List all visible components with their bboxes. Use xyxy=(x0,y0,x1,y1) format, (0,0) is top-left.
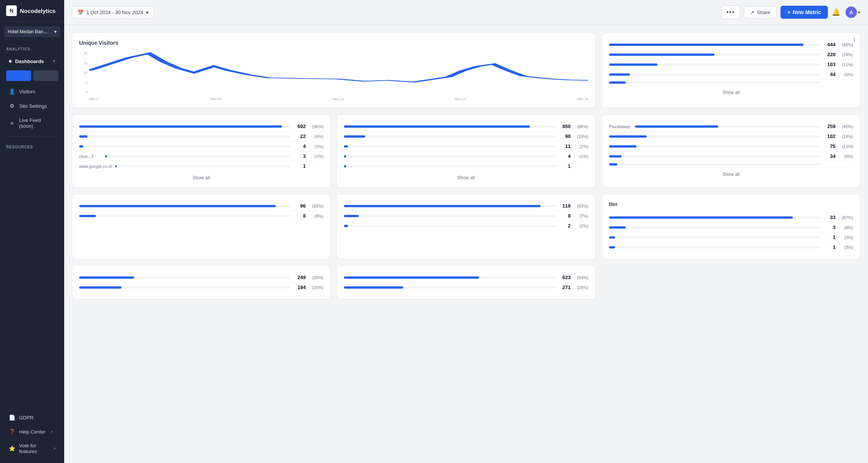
site-settings-icon: ⚙ xyxy=(8,103,15,109)
metric-bar xyxy=(609,216,793,219)
dashboards-label: ● Dashboards xyxy=(8,58,44,65)
metric-value: 1 xyxy=(823,234,836,240)
workspace-selector[interactable]: Hotel Medan Ban... ▾ xyxy=(4,26,60,37)
card-card-top-right: ℹ 444 (46%) 228 (24%) xyxy=(602,32,860,108)
metric-pct: (8%) xyxy=(309,214,323,218)
show-all-button[interactable]: Show all xyxy=(79,175,323,180)
sidebar-item-help-center[interactable]: ❓ Help Center ↗ xyxy=(2,425,62,439)
metric-bar-container xyxy=(609,236,820,239)
analytics-section-label: ANALYTICS xyxy=(0,42,64,54)
show-all-button[interactable]: Show all xyxy=(344,175,588,180)
metric-row: 1 xyxy=(344,161,588,171)
metric-value: 3 xyxy=(823,224,836,230)
metric-value: 119 xyxy=(559,203,571,209)
vote-features-icon: ⭐ xyxy=(8,445,15,452)
help-center-external-icon: ↗ xyxy=(50,430,53,434)
info-icon[interactable]: ℹ xyxy=(853,37,855,42)
metric-row: 228 (24%) xyxy=(609,50,853,60)
metric-value: 1 xyxy=(293,163,306,169)
vote-features-external-icon: ↗ xyxy=(53,447,56,451)
show-all-button[interactable]: Show all xyxy=(609,90,853,95)
metric-bar xyxy=(609,145,636,148)
metric-value: 102 xyxy=(823,133,836,139)
app-title: Nocodelytics xyxy=(20,8,55,14)
metric-row: 33 (87%) xyxy=(609,213,853,223)
metric-pct: (24%) xyxy=(839,52,853,57)
sidebar-item-site-settings[interactable]: ⚙ Site Settings xyxy=(2,99,62,113)
metric-bar xyxy=(609,246,615,249)
notification-icon[interactable]: 🔔 xyxy=(832,8,840,16)
topbar: 📅 1 Oct 2024 - 30 Nov 2024 ▾ ••• ↗ Share… xyxy=(64,0,868,25)
metric-value: 11 xyxy=(559,143,571,149)
sidebar-item-live-feed[interactable]: ≡ Live Feed (soon) xyxy=(2,114,62,133)
dashboard-thumb-inactive[interactable] xyxy=(33,70,58,81)
metric-bar-container xyxy=(115,165,291,167)
metric-row: 4 (1%) xyxy=(344,151,588,161)
metric-bar xyxy=(609,163,617,166)
metric-value: 692 xyxy=(293,123,306,129)
metric-bar-container xyxy=(344,165,555,167)
sidebar-item-vote-features[interactable]: ⭐ Vote for features ↗ xyxy=(2,439,62,458)
sidebar-item-gdpr[interactable]: 📄 GDPR xyxy=(2,411,62,424)
metric-row: 34 (6%) xyxy=(609,151,853,161)
header-icons: 🔔 A ▾ xyxy=(832,6,860,18)
metric-row: 271 (28%) xyxy=(344,283,588,292)
sidebar-item-visitors[interactable]: 👤 Visitors xyxy=(2,84,62,98)
metric-bar xyxy=(115,165,117,167)
plus-icon: + xyxy=(787,9,790,15)
metric-row: 1 (3%) xyxy=(609,242,853,252)
metric-bar xyxy=(105,155,107,158)
new-metric-button[interactable]: + New Metric xyxy=(781,6,828,19)
metric-value: 103 xyxy=(823,62,836,67)
avatar[interactable]: A xyxy=(845,6,857,18)
metric-bar xyxy=(344,225,348,227)
metric-bar xyxy=(344,165,346,167)
sidebar: N Nocodelytics Hotel Medan Ban... ▾ ANAL… xyxy=(0,0,64,463)
metric-value: 194 xyxy=(293,284,306,290)
show-all-button[interactable]: Show all xyxy=(609,172,853,177)
metric-bar xyxy=(344,276,479,279)
share-icon: ↗ xyxy=(750,10,755,15)
metric-row: 103 (11%) xyxy=(609,60,853,70)
metric-bar xyxy=(344,145,348,148)
metric-row: 44 (5%) xyxy=(609,70,853,80)
metric-pct: (26%) xyxy=(309,275,323,280)
metric-bar xyxy=(609,135,647,138)
metric-label: www.google.co.id xyxy=(79,164,112,169)
live-feed-icon: ≡ xyxy=(8,120,15,126)
metric-row xyxy=(609,80,853,86)
metric-bar xyxy=(79,125,282,128)
metric-bar xyxy=(344,286,403,289)
metric-value: 444 xyxy=(823,42,836,47)
metric-pct: (2%) xyxy=(574,224,588,228)
avatar-caret-icon[interactable]: ▾ xyxy=(858,10,860,15)
metric-bar xyxy=(79,276,134,279)
metric-bar-container xyxy=(344,215,555,217)
metric-bar xyxy=(344,205,541,207)
metric-bar xyxy=(609,236,615,239)
more-options-button[interactable]: ••• xyxy=(721,5,740,19)
share-button[interactable]: ↗ Share xyxy=(744,6,777,19)
metric-value: 34 xyxy=(823,153,836,159)
metric-bar xyxy=(79,215,96,217)
metric-value: 75 xyxy=(823,143,836,149)
metric-pct: (3%) xyxy=(839,245,853,250)
metric-pct: (13%) xyxy=(839,144,853,149)
metric-value: 2 xyxy=(559,223,571,229)
metric-row: 249 (26%) xyxy=(79,273,323,283)
metric-value: 33 xyxy=(823,214,836,220)
card-card-bottom-center: 119 (93%) 8 (7%) 2 xyxy=(337,194,595,259)
add-dashboard-button[interactable]: + xyxy=(52,58,56,64)
logo-icon: N xyxy=(6,5,17,16)
dashboard-thumb-active[interactable] xyxy=(6,70,31,81)
date-range-button[interactable]: 📅 1 Oct 2024 - 30 Nov 2024 ▾ xyxy=(72,6,154,19)
metric-bar xyxy=(635,125,718,128)
metric-value: 249 xyxy=(293,275,306,280)
metric-label: ckse...3 xyxy=(79,154,102,159)
metric-pct: (93%) xyxy=(309,204,323,208)
metric-value: 271 xyxy=(559,284,571,290)
card-card-mid-left: 692 (96%) 22 (4%) xyxy=(72,114,330,188)
metric-row: 692 (96%) xyxy=(79,122,323,132)
metric-bar xyxy=(79,205,276,207)
metric-pct: (96%) xyxy=(309,124,323,129)
